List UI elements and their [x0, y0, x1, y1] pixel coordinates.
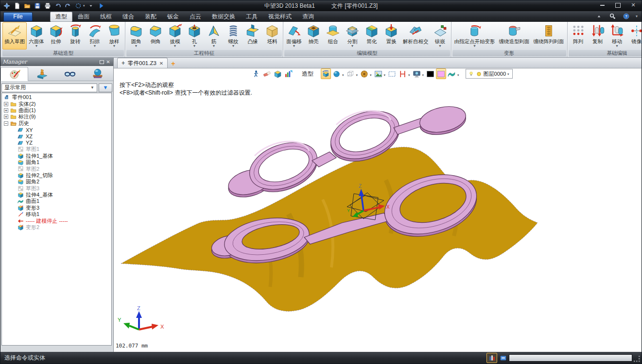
manager-close-button[interactable]: ✕ [105, 59, 111, 65]
dropdown-caret-icon[interactable]: ▾ [422, 73, 424, 77]
layer-control[interactable]: 图层0000▾ [466, 69, 513, 79]
resize-grip[interactable] [634, 356, 641, 363]
visual-manager-tab[interactable] [84, 67, 111, 81]
erase-button[interactable] [262, 68, 272, 79]
document-tab[interactable]: + 零件001.Z3 ✕ [117, 58, 168, 68]
face-color-swatch[interactable] [436, 68, 446, 79]
print-button[interactable] [43, 2, 52, 10]
ribbon-item-2-5[interactable]: 置换 [382, 22, 401, 50]
chevron-down-icon[interactable]: ▼ [293, 44, 296, 49]
history-manager-tab[interactable] [0, 67, 28, 81]
render-mode-button[interactable] [359, 68, 369, 79]
tree-item[interactable]: +曲面(1) [2, 107, 111, 114]
collapse-ribbon-icon[interactable] [595, 12, 604, 20]
ribbon-item-2-4[interactable]: 简化 [362, 22, 382, 50]
mode-label[interactable]: 造型 [302, 70, 313, 78]
menu-tab-7[interactable]: 数据交换 [207, 12, 241, 22]
ribbon-item-4-2[interactable]: 移动▼ [607, 22, 627, 50]
tree-item[interactable]: ----- 建模停止 ----- [2, 217, 111, 224]
menu-tab-6[interactable]: 点云 [184, 12, 207, 22]
ribbon-item-4-0[interactable]: 阵列 [569, 22, 588, 50]
chevron-down-icon[interactable]: ▼ [212, 44, 216, 49]
tree-item[interactable]: 拉伸4_基体 [2, 192, 111, 198]
display-filter-select[interactable]: 显示常用 ▼ [1, 83, 97, 92]
chevron-down-icon[interactable]: ▼ [473, 44, 476, 49]
menu-tab-0[interactable]: 造型 [50, 12, 72, 22]
dropdown-caret-icon[interactable]: ▾ [384, 73, 386, 77]
ribbon-item-0-2[interactable]: 拉伸 [46, 22, 66, 50]
expand-icon[interactable]: + [4, 108, 8, 113]
analyze-button[interactable] [283, 68, 294, 79]
menu-tab-5[interactable]: 钣金 [162, 12, 184, 22]
ribbon-item-2-7[interactable]: 镶嵌▼ [431, 22, 450, 50]
section-view-button[interactable] [398, 68, 408, 79]
tree-item[interactable]: XY [2, 127, 111, 133]
redo-button[interactable] [64, 2, 72, 10]
background-button[interactable] [373, 68, 383, 79]
tree-item[interactable]: 草图3 [2, 185, 111, 191]
stats-columns-button[interactable] [486, 353, 497, 363]
search-icon[interactable] [608, 12, 617, 20]
tree-item[interactable]: 移动1 [2, 211, 111, 217]
dropdown-caret-icon[interactable]: ▾ [356, 73, 358, 77]
surface-display-button[interactable] [447, 68, 457, 79]
ribbon-item-4-1[interactable]: 复制 [588, 22, 607, 50]
maximize-button[interactable] [611, 1, 624, 9]
viewport[interactable]: Z X Y [114, 68, 642, 352]
chevron-down-icon[interactable]: ▾ [507, 72, 509, 76]
ribbon-item-0-1[interactable]: 六面体▼ [27, 22, 46, 50]
tree-item[interactable]: 变形3 [2, 205, 111, 211]
menu-tab-10[interactable]: 查询 [297, 12, 319, 22]
ribbon-item-0-0[interactable]: 插入草图 [2, 22, 27, 50]
chevron-down-icon[interactable]: ▼ [351, 44, 354, 49]
ribbon-item-1-5[interactable]: 螺纹▼ [224, 22, 243, 50]
tree-item[interactable]: 拉伸1_基体 [2, 153, 111, 159]
dropdown-caret-icon[interactable]: ▾ [408, 73, 410, 77]
new-file-button[interactable] [13, 2, 21, 10]
open-file-button[interactable] [23, 2, 31, 10]
ribbon-item-1-6[interactable]: 凸缘 [243, 22, 262, 50]
ribbon-item-2-6[interactable]: 解析自相交 [401, 22, 431, 50]
chevron-down-icon[interactable]: ▼ [35, 44, 38, 49]
tree-item[interactable]: XZ [2, 133, 111, 139]
ribbon-item-0-3[interactable]: 旋转 [66, 22, 85, 50]
tree-item[interactable]: +标注(9) [2, 114, 111, 120]
ribbon-item-2-3[interactable]: 分割▼ [343, 22, 362, 50]
ribbon-item-1-7[interactable]: 坯料 [262, 22, 282, 50]
start-button[interactable] [97, 2, 105, 10]
zoom-window-button[interactable] [387, 68, 397, 79]
tree-item[interactable]: 草图2 [2, 165, 111, 172]
ribbon-item-1-2[interactable]: 拔模▼ [165, 22, 185, 50]
dropdown-caret-icon[interactable]: ▾ [457, 73, 459, 77]
tree-item[interactable]: YZ [2, 140, 111, 146]
tree-item[interactable]: 曲面1 [2, 198, 111, 204]
dropdown-caret-icon[interactable]: ▾ [342, 73, 344, 77]
ribbon-item-1-0[interactable]: 圆角▼ [126, 22, 146, 50]
tree-item[interactable]: 草图1 [2, 146, 111, 152]
view-manager-tab[interactable] [56, 67, 84, 81]
dropdown-caret-icon[interactable]: ▾ [370, 73, 372, 77]
customize-quick-access-button[interactable] [87, 2, 95, 10]
help-dropdown-caret[interactable]: ▾ [636, 14, 638, 18]
line-color-swatch[interactable] [425, 68, 435, 79]
chevron-down-icon[interactable]: ▼ [93, 44, 97, 49]
collapse-icon[interactable]: − [4, 121, 8, 126]
ribbon-item-1-3[interactable]: 孔▼ [185, 22, 204, 50]
tree-item[interactable]: +实体(2) [2, 100, 111, 107]
show-hide-entity-button[interactable] [273, 68, 283, 79]
ribbon-item-2-2[interactable]: 组合 [323, 22, 343, 50]
standard-view-button[interactable] [321, 68, 331, 79]
tree-item[interactable]: −历史 [2, 120, 111, 127]
chevron-down-icon[interactable]: ▼ [135, 44, 138, 49]
tab-close-icon[interactable]: ✕ [159, 61, 163, 66]
menu-tab-1[interactable]: 曲面 [72, 12, 95, 22]
chevron-down-icon[interactable]: ▼ [438, 44, 442, 49]
new-tab-button[interactable]: + [168, 59, 178, 68]
save-file-button[interactable] [33, 2, 41, 10]
file-menu-button[interactable]: File [3, 12, 33, 21]
close-button[interactable]: ✕ [627, 1, 640, 9]
expand-icon[interactable]: + [4, 115, 8, 119]
help-icon[interactable]: ? [622, 12, 631, 20]
expand-icon[interactable]: + [4, 102, 8, 106]
minimize-button[interactable] [596, 1, 608, 9]
